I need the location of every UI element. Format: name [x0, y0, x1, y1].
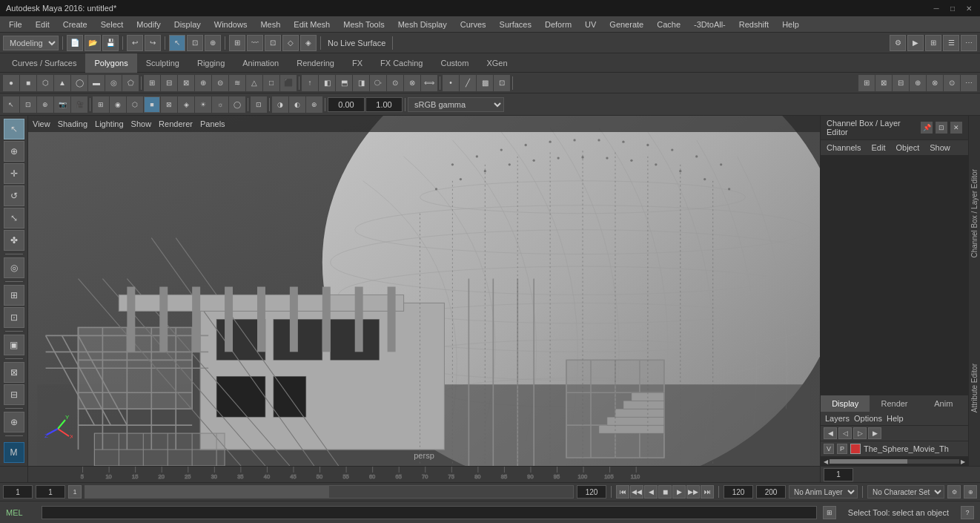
snap-grid-button[interactable]: ⊞	[229, 35, 245, 51]
show-menu[interactable]: Show	[927, 142, 953, 154]
gamma-input[interactable]: 1.00	[365, 97, 403, 112]
help-line-btn[interactable]: ?	[961, 506, 974, 519]
unknown-tool1[interactable]: ⊠	[4, 362, 24, 383]
layer-next-btn[interactable]: ▷	[853, 427, 867, 439]
menu-redshift[interactable]: Redshift	[733, 19, 775, 30]
menu-select[interactable]: Select	[95, 19, 130, 30]
display-mode2[interactable]: ⊠	[875, 75, 892, 91]
lighting-menu[interactable]: Lighting	[95, 119, 124, 128]
paint-select-tool[interactable]: ⊕	[4, 141, 24, 162]
vp-light1[interactable]: ☀	[195, 96, 211, 113]
snap-point-button[interactable]: ⊡	[265, 35, 281, 51]
go-to-end[interactable]: ⏭	[701, 485, 714, 499]
vp-tool3[interactable]: ⊕	[37, 96, 53, 113]
menu-surfaces[interactable]: Surfaces	[494, 19, 537, 30]
cube-button[interactable]: ■	[20, 75, 36, 91]
soft-select[interactable]: ◎	[4, 257, 24, 278]
char-options-btn[interactable]: ⊕	[964, 485, 977, 499]
scale-tool[interactable]: ⤡	[4, 208, 24, 228]
sel-vertex-button[interactable]: •	[443, 75, 459, 91]
triangulate-button[interactable]: △	[246, 75, 262, 91]
menu-modify[interactable]: Modify	[130, 19, 166, 30]
bridge-button[interactable]: ⬒	[336, 75, 352, 91]
play-button[interactable]: ▶	[672, 485, 686, 499]
paint-select-button[interactable]: ⊕	[205, 35, 221, 51]
layers-menu[interactable]: Layers	[825, 414, 850, 423]
vp-tool1[interactable]: ↖	[3, 96, 19, 113]
anim-range-end[interactable]	[756, 485, 786, 499]
cone-button[interactable]: ▲	[54, 75, 70, 91]
panels-menu[interactable]: Panels	[200, 119, 225, 128]
vp-lighting-btn[interactable]: ◑	[272, 96, 288, 113]
menu-display[interactable]: Display	[168, 19, 207, 30]
stop-button[interactable]: ◼	[658, 485, 672, 499]
anim-options-btn[interactable]: ⚙	[947, 485, 961, 499]
render-region[interactable]: ▣	[4, 335, 24, 355]
layer-color[interactable]	[850, 444, 861, 454]
layer-playback[interactable]: P	[837, 444, 847, 454]
exposure-input[interactable]: 0.00	[328, 97, 365, 112]
sphere-button[interactable]: ●	[3, 75, 19, 91]
timeline-scroll[interactable]	[85, 485, 574, 499]
render-tab[interactable]: Render	[870, 395, 918, 412]
layer-prev-btn[interactable]: ◀	[824, 427, 837, 439]
render-settings-button[interactable]: ⚙	[890, 35, 906, 51]
mirror-button[interactable]: ⊝	[212, 75, 228, 91]
show-menu[interactable]: Show	[131, 119, 152, 128]
menu-curves[interactable]: Curves	[454, 19, 492, 30]
current-frame-input[interactable]	[824, 468, 853, 481]
shading-menu[interactable]: Shading	[58, 119, 87, 128]
range-end-input[interactable]	[577, 485, 606, 499]
layer-next2-btn[interactable]: ▶	[868, 427, 881, 439]
tab-xgen[interactable]: XGen	[477, 53, 516, 73]
unknown-tool2[interactable]: ⊟	[4, 384, 24, 405]
render-button[interactable]: ▶	[907, 35, 924, 51]
minimize-button[interactable]: ─	[931, 3, 941, 13]
color-space-select[interactable]: sRGB gamma	[408, 97, 504, 112]
display-mode6[interactable]: ⊙	[944, 75, 960, 91]
flip-button[interactable]: ⟺	[421, 75, 437, 91]
extrude-button[interactable]: ↑	[302, 75, 318, 91]
vp-shadow-btn[interactable]: ◐	[289, 96, 305, 113]
vp-light2[interactable]: ☼	[212, 96, 228, 113]
sel-edge-button[interactable]: ╱	[460, 75, 476, 91]
open-button[interactable]: 📂	[85, 35, 101, 51]
combine-button[interactable]: ⊞	[144, 75, 160, 91]
redo-button[interactable]: ↪	[145, 35, 161, 51]
collapse-button[interactable]: ⊗	[404, 75, 420, 91]
scroll-left[interactable]: ◀	[822, 458, 830, 465]
layer-prev2-btn[interactable]: ◁	[838, 427, 852, 439]
snap-surface-button[interactable]: ◈	[300, 35, 317, 51]
menu-help[interactable]: Help	[776, 19, 805, 30]
vp-shaded[interactable]: ■	[144, 96, 160, 113]
menu-edit-mesh[interactable]: Edit Mesh	[288, 19, 336, 30]
vp-texture[interactable]: ⊠	[161, 96, 177, 113]
ipr-render-button[interactable]: ⊞	[925, 35, 941, 51]
view-menu[interactable]: View	[33, 119, 50, 128]
sel-uv-button[interactable]: ⊡	[494, 75, 510, 91]
menu-windows[interactable]: Windows	[208, 19, 254, 30]
target-weld-button[interactable]: ⊙	[387, 75, 403, 91]
boolean-button[interactable]: ⊕	[195, 75, 211, 91]
display-mode1[interactable]: ⊞	[858, 75, 875, 91]
menu-mesh-tools[interactable]: Mesh Tools	[337, 19, 390, 30]
vp-wireframe[interactable]: ⊞	[93, 96, 109, 113]
display-mode5[interactable]: ⊗	[927, 75, 943, 91]
rotate-tool[interactable]: ↺	[4, 185, 24, 206]
wedge-button[interactable]: ◨	[353, 75, 369, 91]
time-ruler[interactable]: 5 10 15 20 25 30 35 40 45 50 55 60 65 70…	[56, 467, 660, 482]
menu-mesh-display[interactable]: Mesh Display	[392, 19, 453, 30]
cb-expand-button[interactable]: ⊡	[936, 122, 947, 134]
renderer-menu[interactable]: Renderer	[159, 119, 193, 128]
step-back[interactable]: ◀◀	[630, 485, 643, 499]
display-settings-button[interactable]: ☰	[943, 35, 959, 51]
tab-sculpting[interactable]: Sculpting	[137, 53, 188, 73]
menu-create[interactable]: Create	[57, 19, 93, 30]
bevel-button[interactable]: ◧	[319, 75, 335, 91]
merge-button[interactable]: ⧂	[370, 75, 386, 91]
hotbox-button[interactable]: ⋯	[961, 35, 977, 51]
torus-button[interactable]: ◯	[71, 75, 87, 91]
tab-rigging[interactable]: Rigging	[188, 53, 234, 73]
unknown-tool3[interactable]: ⊕	[4, 412, 24, 432]
tab-fx-caching[interactable]: FX Caching	[371, 53, 431, 73]
